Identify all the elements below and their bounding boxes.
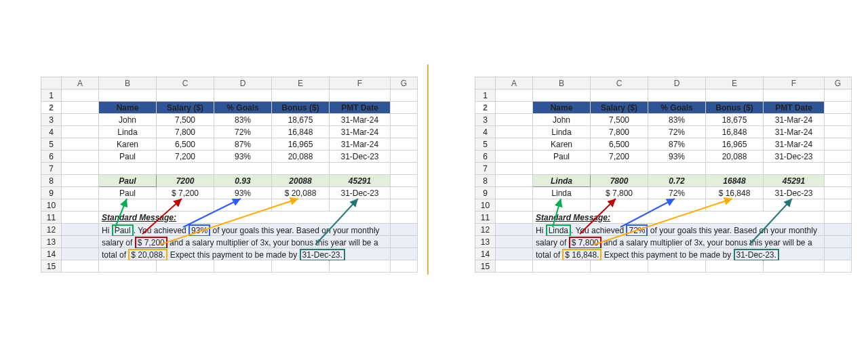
cell[interactable] [825,89,852,102]
cell[interactable]: 93% [648,151,706,163]
cell[interactable] [591,199,648,212]
row-7[interactable]: 7 [475,163,496,175]
cell[interactable]: 83% [214,114,272,126]
cell[interactable] [825,224,852,236]
row-13[interactable]: 13 [41,236,62,248]
cell[interactable] [62,102,99,114]
row-6[interactable]: 6 [475,151,496,163]
cell[interactable] [648,199,706,212]
cell[interactable] [391,199,418,212]
fmt-bonus[interactable]: $ 20,088 [272,187,330,199]
cell[interactable] [591,163,648,175]
cell[interactable] [62,236,99,248]
hdr-pmt[interactable]: PMT Date [330,102,391,114]
col-A[interactable]: A [62,77,99,89]
cell[interactable] [272,89,330,102]
cell[interactable] [272,260,330,273]
cell[interactable] [764,260,825,273]
row-8[interactable]: 8 [475,175,496,187]
row-8[interactable]: 8 [41,175,62,187]
cell[interactable] [62,224,99,236]
cell[interactable] [391,151,418,163]
cell[interactable] [496,199,533,212]
cell[interactable]: 31-Mar-24 [764,138,825,151]
fmt-goals[interactable]: 72% [648,187,706,199]
cell[interactable] [825,236,852,248]
cell[interactable] [825,199,852,212]
row-4[interactable]: 4 [475,126,496,138]
cell[interactable]: 20,088 [272,151,330,163]
row-2[interactable]: 2 [475,102,496,114]
cell[interactable]: 7,200 [157,151,214,163]
cell[interactable] [496,187,533,199]
row-15[interactable]: 15 [475,260,496,273]
lookup-goals[interactable]: 0.93 [214,175,272,187]
cell[interactable] [533,163,591,175]
row-2[interactable]: 2 [41,102,62,114]
cell[interactable] [648,163,706,175]
cell[interactable] [214,260,272,273]
cell[interactable] [825,212,852,224]
cell[interactable] [496,212,533,224]
cell[interactable] [330,163,391,175]
fmt-salary[interactable]: $ 7,800 [591,187,648,199]
cell[interactable] [825,248,852,260]
cell[interactable]: 18,675 [272,114,330,126]
hdr-salary[interactable]: Salary ($) [591,102,648,114]
row-9[interactable]: 9 [475,187,496,199]
cell[interactable]: 7,800 [591,126,648,138]
row-1[interactable]: 1 [41,89,62,102]
msg-line-3[interactable]: total of $ 20,088. Expect this payment t… [99,248,391,260]
col-B[interactable]: B [533,77,591,89]
msg-header[interactable]: Standard Message: [99,212,391,224]
cell[interactable] [272,199,330,212]
grid-left[interactable]: A B C D E F G 1 2 Name Salary ($) % Goal… [41,77,418,273]
cell[interactable] [391,187,418,199]
row-1[interactable]: 1 [475,89,496,102]
cell[interactable]: 6,500 [591,138,648,151]
cell[interactable] [391,163,418,175]
cell[interactable] [391,236,418,248]
cell[interactable] [706,89,764,102]
cell[interactable]: 16,965 [706,138,764,151]
cell[interactable]: Paul [99,151,157,163]
cell[interactable] [496,102,533,114]
cell[interactable] [496,163,533,175]
row-10[interactable]: 10 [41,199,62,212]
cell[interactable] [764,89,825,102]
cell[interactable] [99,260,157,273]
cell[interactable] [62,260,99,273]
lookup-pmt[interactable]: 45291 [330,175,391,187]
cell[interactable] [496,175,533,187]
row-7[interactable]: 7 [41,163,62,175]
cell[interactable]: 31-Mar-24 [764,114,825,126]
hdr-name[interactable]: Name [99,102,157,114]
cell[interactable]: 87% [648,138,706,151]
fmt-pmt[interactable]: 31-Dec-23 [764,187,825,199]
lookup-goals[interactable]: 0.72 [648,175,706,187]
cell[interactable] [591,89,648,102]
cell[interactable] [62,199,99,212]
cell[interactable]: 87% [214,138,272,151]
cell[interactable]: Karen [533,138,591,151]
cell[interactable] [391,175,418,187]
corner-cell[interactable] [475,77,496,89]
lookup-pmt[interactable]: 45291 [764,175,825,187]
cell[interactable] [825,102,852,114]
cell[interactable] [533,89,591,102]
cell[interactable]: 16,965 [272,138,330,151]
row-4[interactable]: 4 [41,126,62,138]
cell[interactable] [764,199,825,212]
cell[interactable] [825,114,852,126]
cell[interactable] [591,260,648,273]
cell[interactable] [825,151,852,163]
row-11[interactable]: 11 [41,212,62,224]
cell[interactable] [391,212,418,224]
cell[interactable]: John [99,114,157,126]
cell[interactable] [157,260,214,273]
cell[interactable] [391,126,418,138]
msg-header[interactable]: Standard Message: [533,212,825,224]
cell[interactable] [157,89,214,102]
cell[interactable] [214,89,272,102]
cell[interactable] [62,114,99,126]
